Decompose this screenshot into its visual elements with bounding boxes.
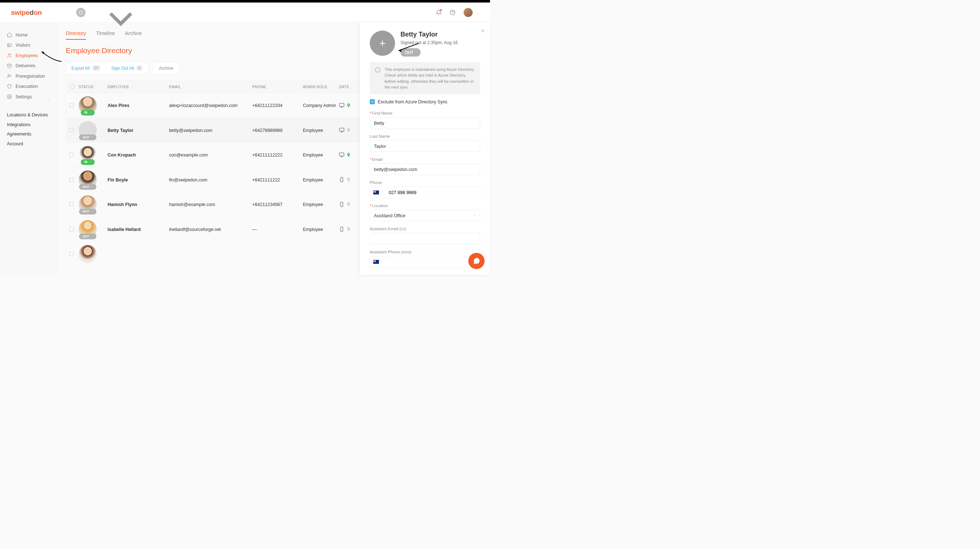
svg-rect-17: [340, 103, 344, 106]
row-checkbox[interactable]: [70, 202, 74, 207]
location-pin-icon: [347, 152, 351, 157]
tab-timeline[interactable]: Timeline: [96, 31, 115, 40]
sidebar-item-label: Deliveries: [16, 63, 35, 69]
column-email[interactable]: EMAIL: [169, 84, 252, 89]
svg-rect-7: [8, 44, 11, 47]
location-pin-icon: [347, 202, 351, 207]
assistant-email-input[interactable]: [370, 233, 480, 245]
svg-rect-25: [340, 153, 344, 156]
sidebar-item-preregistration[interactable]: Preregistration: [0, 71, 57, 81]
checkbox-checked-icon: [370, 99, 375, 104]
column-status[interactable]: STATUS: [79, 84, 108, 89]
status-pill[interactable]: OUT: [79, 135, 97, 140]
first-name-input[interactable]: [370, 117, 480, 129]
location-select[interactable]: [370, 210, 480, 222]
svg-rect-32: [340, 202, 343, 207]
row-checkbox[interactable]: [70, 103, 74, 108]
row-checkbox[interactable]: [70, 227, 74, 231]
employee-email: con@example.com: [169, 152, 252, 157]
status-pill[interactable]: OUT: [79, 184, 97, 190]
sidebar-item-visitors[interactable]: Visitors: [0, 40, 57, 51]
row-checkbox[interactable]: [70, 252, 74, 256]
status-pill[interactable]: OUT: [79, 209, 97, 215]
employee-phone: —: [252, 227, 303, 232]
sidebar-link-locations[interactable]: Locations & Devices: [0, 110, 57, 120]
row-checkbox[interactable]: [70, 128, 74, 132]
column-date: DATE: [339, 84, 363, 89]
svg-point-10: [10, 54, 11, 55]
export-count-badge: 17: [92, 65, 100, 71]
location-pin-icon: [347, 128, 351, 133]
assistant-phone-label: Assistant Phone (sms): [370, 249, 480, 254]
phone-label: Phone: [370, 180, 480, 185]
device-indicators: [339, 128, 363, 133]
assistant-phone-input[interactable]: [385, 256, 480, 267]
sidebar-item-label: Employees: [16, 53, 38, 58]
employee-avatar: [79, 245, 97, 263]
sidebar-link-agreements[interactable]: Agreements: [0, 129, 57, 139]
row-checkbox[interactable]: [70, 153, 74, 157]
svg-rect-21: [340, 128, 344, 131]
tab-directory[interactable]: Directory: [66, 31, 86, 40]
sidebar-item-label: Home: [16, 32, 27, 38]
flag-nz-icon: [373, 260, 379, 264]
status-pill[interactable]: IN: [81, 110, 95, 116]
exclude-sync-checkbox[interactable]: Exclude from Azure Directory Sync: [370, 99, 480, 105]
employee-name: Fin Boyle: [108, 177, 169, 182]
svg-point-31: [348, 179, 349, 179]
chat-bubble-button[interactable]: [468, 253, 485, 269]
column-employee[interactable]: EMPLOYEE: [108, 84, 169, 89]
email-input[interactable]: [370, 164, 480, 175]
profile-menu[interactable]: [464, 8, 479, 17]
employee-phone: +64278989989: [252, 128, 303, 133]
plus-icon: +: [379, 37, 386, 49]
azure-info-banner: This employee is maintained using Azure …: [370, 62, 480, 95]
help-icon[interactable]: [450, 10, 456, 15]
employee-name: Hamish Flynn: [108, 202, 169, 207]
last-name-input[interactable]: [370, 141, 480, 152]
sign-out-all-button[interactable]: Sign Out All 2: [106, 62, 148, 75]
detail-signed-out: Signed out at 2:35pm, Aug 16: [401, 40, 458, 45]
sidebar-link-integrations[interactable]: Integrations: [0, 120, 57, 129]
shield-icon: [7, 84, 12, 89]
sidebar-item-label: Visitors: [16, 43, 30, 48]
assistant-phone-wrap[interactable]: [370, 256, 480, 268]
close-icon[interactable]: ✕: [480, 28, 485, 34]
svg-rect-0: [80, 11, 82, 14]
status-pill[interactable]: IN: [81, 159, 95, 165]
column-role[interactable]: ADMIN ROLE: [303, 84, 339, 89]
phone-input[interactable]: [385, 187, 480, 198]
archive-button[interactable]: Archive: [154, 62, 179, 74]
detail-status-pill[interactable]: OUT: [401, 48, 421, 57]
svg-point-20: [348, 105, 349, 106]
info-icon: [375, 67, 381, 73]
status-pill[interactable]: OUT: [79, 233, 97, 239]
svg-point-24: [348, 129, 349, 130]
sidebar-item-employees[interactable]: Employees: [0, 50, 57, 61]
chevron-down-icon: [47, 97, 50, 99]
select-all-checkbox[interactable]: [70, 84, 75, 89]
employee-name: Con Kropach: [108, 152, 169, 157]
svg-point-11: [8, 75, 10, 76]
employee-role: Employee: [303, 227, 339, 232]
export-all-button[interactable]: Export All 17: [66, 62, 106, 75]
sidebar-link-account[interactable]: Account: [0, 139, 57, 149]
sidebar-item-settings[interactable]: Settings: [0, 92, 57, 102]
sidebar-item-home[interactable]: Home: [0, 30, 57, 40]
employee-role: Company Admin: [303, 103, 339, 108]
device-icon: [339, 177, 345, 182]
svg-point-14: [9, 96, 10, 98]
sidebar-item-deliveries[interactable]: Deliveries: [0, 61, 57, 71]
signout-count-badge: 2: [136, 65, 143, 71]
row-checkbox[interactable]: [70, 178, 74, 182]
panel-avatar-upload[interactable]: +: [370, 31, 395, 56]
sidebar-item-evacuation[interactable]: Evacuation: [0, 81, 57, 92]
device-indicators: [339, 152, 363, 157]
phone-input-wrap[interactable]: [370, 187, 480, 198]
employee-phone: +64211112222: [252, 152, 303, 157]
svg-rect-29: [340, 178, 343, 182]
bell-icon[interactable]: [436, 10, 442, 15]
tab-archive[interactable]: Archive: [125, 31, 142, 40]
user-plus-icon: [7, 73, 12, 78]
building-icon: [76, 8, 86, 17]
